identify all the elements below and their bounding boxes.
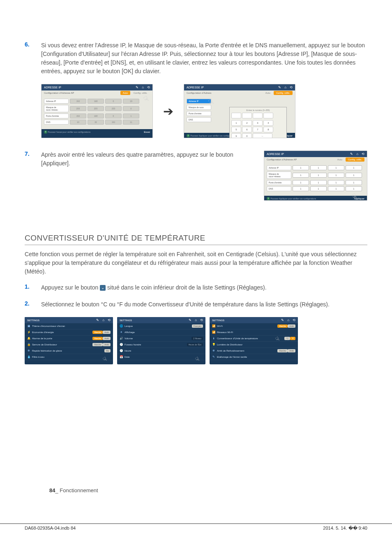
key-6[interactable]: 6 <box>242 127 252 132</box>
row-label[interactable]: Porte d'entrée <box>44 113 69 118</box>
help-icon[interactable]: ? <box>267 197 270 200</box>
home-icon[interactable]: ⌂ <box>195 318 197 322</box>
step-7: 7. Après avoir entré les valeurs des qua… <box>25 151 251 168</box>
config-button[interactable]: Config. utilis. <box>274 91 293 95</box>
edit-icon[interactable]: ✎ <box>189 318 191 322</box>
volume-icon: 🔊 <box>120 337 123 340</box>
key-5[interactable]: 5 <box>231 127 241 132</box>
back-icon[interactable]: ⟲ <box>293 318 295 322</box>
display-icon: ☀ <box>120 331 123 334</box>
key-2[interactable]: 2 <box>242 120 252 126</box>
home-icon[interactable]: ⌂ <box>284 86 286 89</box>
step-number: 2. <box>25 300 41 307</box>
help-icon[interactable]: ? <box>187 134 190 137</box>
home-icon[interactable]: ⌂ <box>356 152 358 156</box>
settings-screens-row: SETTINGS ✎ ⌂ ⟲ ▣Thème d'économiseur d'éc… <box>25 317 367 364</box>
screensaver-icon: ▣ <box>27 324 30 328</box>
arrow-icon: ➔ <box>163 104 173 118</box>
back-icon[interactable]: ⟲ <box>108 318 111 322</box>
screen-title: ADRESSE IP <box>267 153 284 155</box>
edit-icon[interactable]: ✎ <box>136 86 138 89</box>
key-7[interactable]: 7 <box>253 127 263 132</box>
key-3[interactable]: 3 <box>253 120 263 126</box>
back-icon[interactable]: ⟲ <box>200 318 203 322</box>
step-7-number: 7. <box>25 151 41 157</box>
row-label[interactable]: Adresse IP <box>267 165 291 170</box>
edit-icon[interactable]: ✎ <box>278 86 281 89</box>
step-6-number: 6. <box>25 41 41 48</box>
row-label[interactable]: Masque de sous <box>187 105 211 110</box>
settings-screen-c: SETTINGS ✎ ⌂ ⟲ 📶Wi-FiMarcheArrêt 📶Réseau… <box>210 317 298 364</box>
edit-icon[interactable]: ✎ <box>96 318 99 322</box>
temp-step-1: 1. Appuyez sur le bouton ⌄ situé dans le… <box>25 283 367 292</box>
screen-title-bar: ADRESSE IP ✎ ⌂ ⟲ <box>42 84 152 90</box>
home-icon[interactable]: ⌂ <box>102 318 104 322</box>
settings-title: SETTINGS <box>27 319 39 322</box>
keypad-title: Entrez le numéro (0~255) <box>231 109 285 111</box>
cooling-icon: ❄ <box>212 349 215 352</box>
settings-title: SETTINGS <box>212 319 224 322</box>
step-number: 1. <box>25 283 41 290</box>
back-icon[interactable]: ⟲ <box>290 86 293 89</box>
step-7-text: Après avoir entré les valeurs des quatre… <box>41 151 251 168</box>
settings-screen-a: SETTINGS ✎ ⌂ ⟲ ▣Thème d'économiseur d'éc… <box>25 317 113 364</box>
language-icon: 🌐 <box>120 324 123 328</box>
back-icon[interactable]: ⟲ <box>147 86 150 89</box>
config-label: Configuration d'Adresse AP <box>267 158 297 161</box>
key-1[interactable]: 1 <box>231 120 241 126</box>
ip-screen-keypad: ADRESSE IP ✎ ⌂ ⟲ Configuration d'Adress … <box>184 84 295 138</box>
down-arrow-button[interactable]: ⌄ <box>100 285 106 291</box>
edit-icon[interactable]: ✎ <box>281 318 284 322</box>
numeric-keypad: Entrez le numéro (0~255) 1 2 3 4 <box>229 107 287 138</box>
auto-button[interactable]: Auto <box>335 157 345 162</box>
row-label[interactable]: Masque de sous~réseau <box>267 171 291 179</box>
auto-button[interactable]: Auto <box>263 91 273 95</box>
config-label: Configuration d'Adresse AP <box>44 92 74 94</box>
config-label: Configuration d'Adress <box>187 92 212 94</box>
row-label[interactable]: Adresse IP <box>44 99 69 104</box>
wifi-networks-icon: 📶 <box>212 331 215 334</box>
date-icon: 📅 <box>120 355 123 359</box>
row-label[interactable]: Masque de sous~réseau <box>44 105 69 112</box>
energy-icon: ⚡ <box>27 331 30 334</box>
key-0[interactable]: 0 <box>242 133 252 138</box>
key-8[interactable]: 8 <box>263 127 273 132</box>
key-9[interactable]: 9 <box>231 133 241 138</box>
home-icon[interactable]: ⌂ <box>142 86 144 89</box>
filter-icon: 💧 <box>27 355 30 359</box>
step-6-screens: ADRESSE IP ✎ ⌂ ⟲ Configuration d'Adresse… <box>41 84 367 138</box>
row-label[interactable]: DNS <box>267 186 291 191</box>
back-icon[interactable]: ⟲ <box>362 152 364 156</box>
home-icon[interactable]: ⌂ <box>287 318 289 322</box>
screen-title: ADRESSE IP <box>187 86 204 89</box>
essai-button[interactable]: Essai <box>144 131 150 133</box>
door-alarm-icon: 🔔 <box>27 337 30 340</box>
row-label[interactable]: Porte d'entrée <box>187 111 211 116</box>
page-footer: 84_ Fonctionnement <box>49 487 98 493</box>
ip-screen-left: ADRESSE IP ✎ ⌂ ⟲ Configuration d'Adresse… <box>41 84 153 138</box>
light-icon: 💡 <box>212 343 215 346</box>
lock-icon: 🔒 <box>27 343 30 346</box>
config-button[interactable]: Config. utilis. <box>346 157 364 162</box>
settings-screen-b: SETTINGS ✎ ⌂ ⟲ 🌐LangueFrançais ☀Affichag… <box>117 317 205 364</box>
page-number: 84 <box>49 487 55 493</box>
config-button[interactable]: Config. utilis. <box>131 91 150 95</box>
edit-icon[interactable]: ✎ <box>350 152 353 156</box>
temp-step-2: 2. Sélectionnez le bouton °C ou °F du mo… <box>25 300 367 309</box>
step-text: Sélectionnez le bouton °C ou °F du mode … <box>41 300 367 309</box>
row-label[interactable]: DNS <box>44 120 69 125</box>
step-6: 6. Si vous devez entrer l'Adresse IP, le… <box>25 41 367 76</box>
temp-icon: 🌡 <box>212 337 215 340</box>
wifi-icon: 📶 <box>212 324 215 328</box>
help-icon[interactable]: ? <box>44 130 47 134</box>
ice-icon: ❄ <box>27 349 30 352</box>
row-label[interactable]: DNS <box>187 117 211 122</box>
settings-title: SETTINGS <box>120 319 132 322</box>
row-label[interactable]: Porte d'entrée <box>267 180 291 185</box>
step-6-text: Si vous devez entrer l'Adresse IP, le Ma… <box>41 41 367 76</box>
key-backspace[interactable]: ← <box>253 133 272 138</box>
auto-button[interactable]: Auto <box>120 91 130 95</box>
key-4[interactable]: 4 <box>263 120 273 126</box>
section-heading: CONVERTISSEUR D'UNITÉ DE TEMPÉRATURE <box>25 234 367 245</box>
time-icon: 🕐 <box>120 349 123 352</box>
